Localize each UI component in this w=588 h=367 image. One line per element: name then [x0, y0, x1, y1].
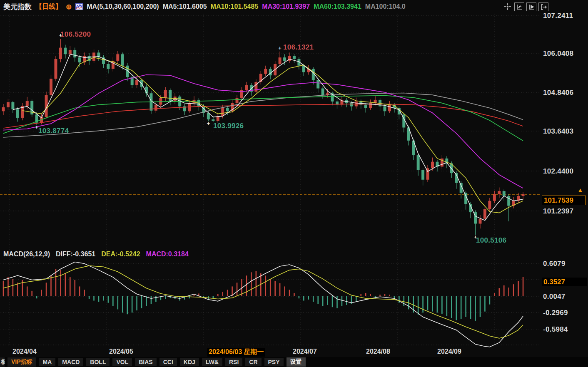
pane-exit-icon[interactable]: [538, 2, 548, 11]
macd-title: MACD(26,12,9): [3, 250, 50, 258]
ma-line-MA200: [3, 104, 523, 128]
price-up-arrow-icon: ▲: [577, 186, 583, 193]
ma100-value: MA100:104.0: [365, 3, 406, 10]
axis-chart-icon[interactable]: [514, 2, 524, 11]
tab-bias[interactable]: BIAS: [135, 358, 156, 366]
macd-axis-label: -0.5984: [543, 325, 568, 334]
ma5-value: MA5:101.6005: [163, 3, 207, 10]
chart-toolbar-icons: [503, 2, 548, 11]
macd-header: MACD(26,12,9) DIFF:-0.3651 DEA:-0.5242 M…: [3, 250, 189, 258]
low-annotation: 103.8774: [38, 127, 69, 135]
tab-partial[interactable]: 板: [0, 357, 5, 367]
ma-line-MA100: [3, 93, 523, 138]
macd-value: MACD:0.3184: [146, 250, 189, 258]
tab-vol[interactable]: VOL: [112, 358, 132, 366]
price-axis-label: 103.6403: [543, 127, 573, 136]
tab-rsi[interactable]: RSI: [225, 358, 242, 366]
extreme-markers: +++++: [35, 32, 477, 240]
tab-settings[interactable]: 设置: [287, 357, 306, 367]
time-axis-label: 2024/09: [437, 348, 461, 355]
candlestick-chart-canvas: +++++: [0, 0, 588, 367]
moving-average-lines: [3, 54, 523, 220]
ma-group-label: MA(5,10,30,60,100,200): [87, 3, 159, 10]
time-axis-label-selected: 2024/06/03 星期一: [207, 348, 265, 357]
time-axis-label: 2024/04: [12, 348, 37, 355]
macd-histogram: [3, 269, 523, 321]
tab-macd[interactable]: MACD: [58, 358, 83, 366]
tab-vip-indicator[interactable]: VIP指标: [7, 357, 36, 367]
tab-cr[interactable]: CR: [245, 358, 261, 366]
indicator-toolbar: 板 VIP指标 MA MACD BOLL VOL BIAS CCI KDJ LW…: [0, 357, 588, 367]
tab-kdj[interactable]: KDJ: [180, 358, 199, 366]
ma-line-MA10: [22, 57, 523, 213]
ma60-value: MA60:103.3941: [314, 3, 361, 10]
low-annotation: 100.5106: [476, 236, 506, 245]
price-axis-label: 106.0408: [543, 50, 573, 58]
time-axis: 2024/04 2024/05 2024/06/03 星期一 2024/07 2…: [0, 347, 588, 356]
svg-text:+: +: [207, 120, 210, 126]
price-axis-label: 104.8406: [543, 89, 573, 97]
circle-plus-icon[interactable]: ⊕: [66, 3, 72, 10]
ma-line-MA60: [3, 96, 523, 141]
symbol-name: 美元指数: [3, 2, 32, 12]
macd-line-DIFF: [3, 262, 523, 347]
svg-text:+: +: [278, 45, 282, 51]
macd-line-DEA: [3, 266, 523, 338]
candlestick-series: [2, 39, 525, 235]
time-axis-label: 2024/08: [366, 348, 390, 355]
macd-diff-value: DIFF:-0.3651: [56, 250, 95, 258]
time-axis-label: 2024/05: [109, 348, 133, 355]
axis-play-icon[interactable]: [526, 2, 536, 11]
macd-axis-label: 0.6079: [543, 260, 566, 268]
chart-header: 美元指数 【日线】 ⊕ MA(5,10,30,60,100,200) MA5:1…: [3, 2, 406, 12]
tab-boll[interactable]: BOLL: [86, 358, 110, 366]
tab-lwr[interactable]: LW&: [202, 358, 222, 366]
high-annotation: 106.5200: [60, 30, 91, 39]
tab-cci[interactable]: CCI: [159, 358, 177, 366]
price-axis-label: 107.2411: [543, 12, 573, 20]
period-label[interactable]: 【日线】: [35, 2, 62, 11]
macd-lines: [3, 262, 523, 347]
tab-psy[interactable]: PSY: [264, 358, 284, 366]
ma10-value: MA10:101.5485: [211, 3, 259, 10]
high-annotation: 106.1321: [283, 43, 314, 52]
ma30-value: MA30:101.9397: [262, 3, 310, 10]
time-axis-label: 2024/07: [293, 348, 317, 355]
crosshair-icon[interactable]: [503, 2, 512, 10]
low-annotation: 103.9926: [213, 122, 244, 130]
macd-axis-label: 0.0047: [543, 293, 566, 301]
price-axis-label: 101.2397: [543, 207, 573, 216]
tab-ma[interactable]: MA: [39, 358, 56, 366]
macd-dea-value: DEA:-0.5242: [101, 250, 140, 258]
macd-current-badge: 0.3527: [542, 278, 587, 286]
current-price-badge: 101.7539: [542, 196, 586, 205]
macd-axis-label: -0.2969: [543, 309, 568, 317]
ma-line-MA5: [13, 54, 523, 220]
mini-chart-icon: [75, 3, 83, 10]
price-axis-label: 102.4400: [543, 167, 573, 176]
trading-chart-app: +++++ 美元指数 【日线】 ⊕ MA(5,10,30,60,100,200)…: [0, 0, 588, 367]
